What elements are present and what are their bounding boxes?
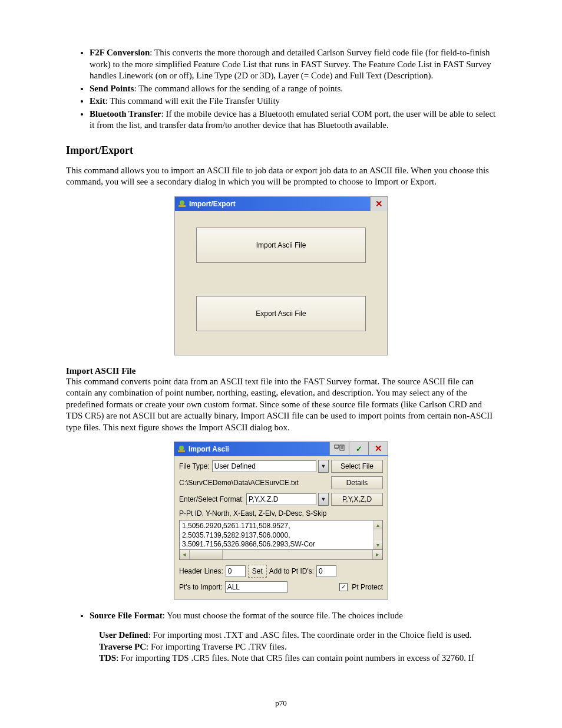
list-item-text: : You must choose the format of the sour… bbox=[163, 611, 403, 620]
svg-point-2 bbox=[179, 446, 184, 450]
set-button[interactable]: Set bbox=[248, 565, 267, 578]
sub-item-lead: TDS bbox=[99, 653, 116, 663]
cancel-button[interactable]: ✕ bbox=[368, 442, 388, 455]
preview-line: 1,5056.2920,5261.1711,508.9527, bbox=[182, 522, 380, 531]
list-item: Source File Format: You must choose the … bbox=[90, 610, 496, 622]
pt-protect-checkbox[interactable]: ✓ bbox=[339, 583, 348, 591]
pt-protect-label: Pt Protect bbox=[352, 583, 383, 591]
sub-item-lead: User Defined bbox=[99, 630, 148, 640]
list-item: Exit: This command will exit the File Tr… bbox=[90, 95, 496, 107]
pts-to-import-label: Pt's to Import: bbox=[179, 583, 223, 591]
import-export-heading: Import/Export bbox=[66, 144, 496, 157]
close-button[interactable]: ✕ bbox=[370, 197, 387, 211]
page-number: p70 bbox=[0, 699, 562, 708]
list-item-lead: Bluetooth Transfer bbox=[90, 109, 161, 118]
list-item-text: : This converts the more thorough and de… bbox=[90, 48, 491, 80]
list-item: F2F Conversion: This converts the more t… bbox=[90, 47, 496, 82]
format-label: Enter/Select Format: bbox=[179, 495, 244, 503]
export-ascii-button[interactable]: Export Ascii File bbox=[196, 296, 366, 331]
import-ascii-dialog: Import Ascii ✓ ✕ bbox=[174, 442, 388, 599]
ok-button[interactable]: ✓ bbox=[349, 442, 368, 455]
dialog-title: Import Ascii bbox=[189, 445, 229, 453]
scroll-up-icon[interactable]: ▴ bbox=[373, 521, 382, 529]
add-to-pt-ids-label: Add to Pt ID's: bbox=[269, 567, 314, 575]
dialog-title: Import/Export bbox=[189, 200, 236, 208]
sub-item-text: : For importing TDS .CR5 files. Note tha… bbox=[116, 653, 474, 663]
format-input[interactable]: P,Y,X,Z,D bbox=[246, 493, 316, 505]
list-item: Send Points: The command allows for the … bbox=[90, 83, 496, 95]
scroll-left-icon[interactable]: ◂ bbox=[180, 550, 190, 559]
list-item-text: : The command allows for the sending of … bbox=[134, 84, 343, 93]
import-ascii-button[interactable]: Import Ascii File bbox=[196, 228, 366, 263]
horizontal-scrollbar[interactable]: ◂ ▸ bbox=[179, 550, 383, 560]
scroll-down-icon[interactable]: ▾ bbox=[373, 541, 382, 549]
preview-line: 3,5091.7156,5326.9868,506.2993,SW-Cor bbox=[182, 540, 380, 549]
intro-paragraph: This command allows you to import an ASC… bbox=[66, 165, 496, 188]
svg-rect-3 bbox=[178, 450, 185, 452]
header-lines-label: Header Lines: bbox=[179, 567, 223, 575]
vertical-scrollbar[interactable]: ▴ ▾ bbox=[373, 521, 382, 549]
import-ascii-paragraph: This command converts point data from an… bbox=[66, 376, 496, 434]
file-type-label: File Type: bbox=[179, 462, 210, 470]
svg-rect-4 bbox=[335, 445, 339, 448]
file-path-text: C:\SurvCEDemo\Data\ACESurvCE.txt bbox=[179, 479, 326, 487]
import-export-dialog: Import/Export ✕ Import Ascii File Export… bbox=[174, 196, 388, 355]
list-item-lead: Exit bbox=[90, 96, 105, 106]
sub-item-lead: Traverse PC bbox=[99, 642, 146, 651]
dialog-titlebar: Import Ascii ✓ ✕ bbox=[174, 442, 388, 456]
top-bullet-list: F2F Conversion: This converts the more t… bbox=[66, 47, 496, 131]
preview-line: 2,5035.7139,5282.9137,506.0000, bbox=[182, 531, 380, 541]
format-legend: P-Pt ID, Y-North, X-East, Z-Elv, D-Desc,… bbox=[179, 509, 383, 518]
add-to-pt-ids-input[interactable]: 0 bbox=[316, 565, 336, 577]
chevron-down-icon[interactable]: ▼ bbox=[318, 493, 329, 506]
import-ascii-subheading: Import ASCII File bbox=[66, 366, 496, 376]
bottom-bullet-list: Source File Format: You must choose the … bbox=[66, 610, 496, 622]
svg-point-0 bbox=[180, 200, 184, 205]
select-file-button[interactable]: Select File bbox=[331, 460, 383, 473]
pts-to-import-input[interactable]: ALL bbox=[225, 581, 287, 593]
dialog-titlebar: Import/Export ✕ bbox=[175, 197, 387, 211]
list-item-lead: Source File Format bbox=[90, 611, 163, 620]
scroll-right-icon[interactable]: ▸ bbox=[372, 550, 382, 559]
app-icon bbox=[177, 199, 187, 209]
chevron-down-icon[interactable]: ▼ bbox=[318, 460, 329, 473]
list-item-lead: F2F Conversion bbox=[90, 48, 150, 57]
details-button[interactable]: Details bbox=[331, 476, 383, 489]
format-preset-button[interactable]: P,Y,X,Z,D bbox=[331, 493, 383, 506]
list-item: Bluetooth Transfer: If the mobile device… bbox=[90, 108, 496, 131]
sub-item-text: : For importing most .TXT and .ASC files… bbox=[148, 630, 471, 640]
preview-box: 1,5056.2920,5261.1711,508.9527, 2,5035.7… bbox=[179, 520, 383, 550]
app-icon bbox=[177, 444, 186, 454]
list-item-lead: Send Points bbox=[90, 84, 134, 93]
header-lines-input[interactable]: 0 bbox=[226, 565, 246, 577]
file-type-dropdown[interactable]: User Defined bbox=[212, 460, 316, 472]
list-item-text: : This command will exit the File Transf… bbox=[105, 96, 280, 106]
svg-rect-1 bbox=[178, 205, 186, 207]
sub-item-text: : For importing Traverse PC .TRV files. bbox=[146, 642, 287, 651]
sub-definitions: User Defined: For importing most .TXT an… bbox=[99, 630, 496, 664]
settings-button[interactable] bbox=[329, 442, 349, 455]
